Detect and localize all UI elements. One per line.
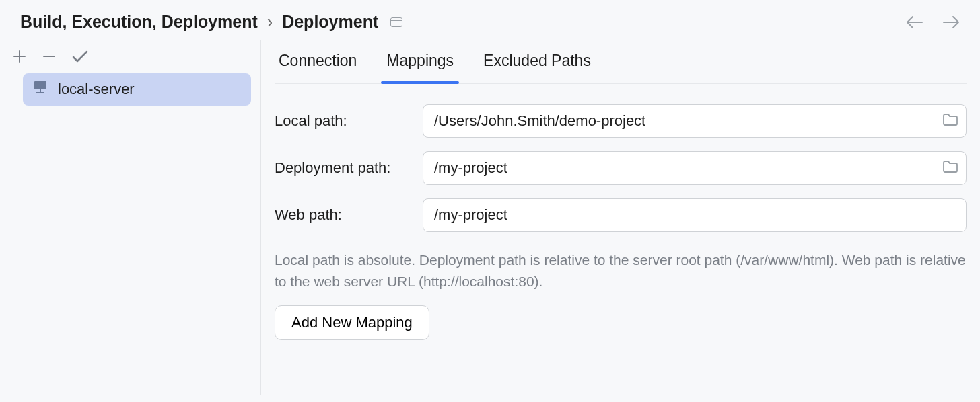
window-icon[interactable] (390, 17, 403, 27)
sidebar-toolbar (0, 45, 260, 73)
deployment-path-input[interactable] (423, 151, 967, 185)
web-path-input[interactable] (423, 198, 967, 232)
sidebar-item-local-server[interactable]: local-server (23, 73, 251, 106)
forward-arrow-icon[interactable] (942, 15, 960, 29)
main-panel: Connection Mappings Excluded Paths Local… (261, 40, 980, 395)
breadcrumb: Build, Execution, Deployment › Deploymen… (20, 12, 403, 32)
web-path-label: Web path: (275, 206, 423, 224)
local-path-label: Local path: (275, 112, 423, 130)
help-text: Local path is absolute. Deployment path … (275, 239, 967, 297)
tabs: Connection Mappings Excluded Paths (275, 40, 967, 84)
browse-folder-icon[interactable] (942, 113, 958, 129)
check-icon[interactable] (71, 49, 89, 64)
add-icon[interactable] (12, 49, 27, 64)
breadcrumb-parent[interactable]: Build, Execution, Deployment (20, 12, 258, 32)
browse-folder-icon[interactable] (942, 160, 958, 176)
settings-header: Build, Execution, Deployment › Deploymen… (0, 0, 980, 40)
mappings-form: Local path: Deployment path: (275, 84, 967, 340)
remove-icon[interactable] (42, 49, 57, 64)
server-name: local-server (58, 81, 135, 98)
breadcrumb-separator: › (267, 12, 273, 32)
breadcrumb-current: Deployment (282, 12, 378, 32)
tab-mappings[interactable]: Mappings (386, 52, 454, 83)
server-sidebar: local-server (0, 40, 261, 395)
back-arrow-icon[interactable] (906, 15, 923, 29)
tab-connection[interactable]: Connection (279, 52, 357, 83)
svg-rect-1 (40, 89, 41, 92)
svg-rect-0 (34, 81, 46, 89)
svg-rect-2 (36, 92, 44, 93)
server-icon (32, 80, 50, 99)
tab-excluded-paths[interactable]: Excluded Paths (483, 52, 591, 83)
add-mapping-button[interactable]: Add New Mapping (275, 305, 429, 340)
deployment-path-label: Deployment path: (275, 159, 423, 177)
nav-arrows (906, 15, 960, 29)
local-path-input[interactable] (423, 104, 967, 138)
